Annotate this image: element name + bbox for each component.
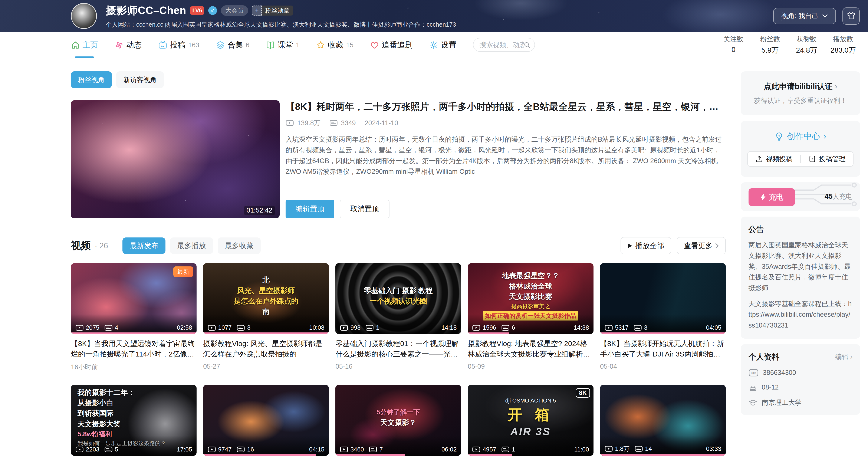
announcement-card: 公告 两届入围英国皇家格林威治全球天文摄影比赛、澳大利亚天文摄影奖、35Awar…	[741, 217, 860, 339]
manage-posts-button[interactable]: 投稿管理	[801, 155, 853, 163]
sort-pill[interactable]: 最多播放	[170, 238, 213, 254]
auth-card[interactable]: 点此申请bilibili认证 › 获得认证，享受多重认证福利！	[741, 71, 860, 115]
video-thumbnail[interactable]: 我的摄影十二年：从摄影小白到斩获国际天文摄影大奖5.8w粉福利我是如何一步步走上…	[71, 385, 196, 456]
bangumi-icon	[370, 41, 379, 50]
fans-medal-badge[interactable]: + 粉丝勋章	[252, 5, 293, 16]
video-title[interactable]: 【8K】当摄影师开始玩无人机航拍：新手小白买了大疆 DJI Air 3S两周能拍…	[600, 338, 726, 359]
pinned-video-title[interactable]: 【8K】耗时两年，二十多万张照片，两千多小时的拍摄，全B站最全星云，星系，彗星，…	[286, 100, 726, 113]
video-card[interactable]: 地表最强星空？？格林威治全球天文摄影比赛提高摄影审美之如何正确的赏析一张天文摄影…	[468, 263, 593, 372]
video-card[interactable]: 我的摄影十二年：从摄影小白到斩获国际天文摄影大奖5.8w粉福利我是如何一步步走上…	[71, 385, 196, 460]
edit-profile-link[interactable]: 编辑 ›	[835, 352, 852, 361]
video-title[interactable]: 摄影教程Vlog: 风光、星空摄影师都是怎么样在户外踩点取景拍摄的	[203, 338, 329, 359]
video-duration: 04:05	[706, 324, 721, 331]
danmaku-count: 14	[645, 445, 652, 452]
stat-likes: 获赞数24.8万	[790, 35, 823, 55]
upload-icon	[755, 155, 763, 163]
video-thumbnail[interactable]: 最新 2075 4 02:58	[71, 263, 196, 334]
edit-pin-button[interactable]: 编辑置顶	[286, 200, 334, 218]
danmaku-count: 5	[115, 446, 118, 453]
search-input[interactable]	[479, 41, 524, 49]
play-all-button[interactable]: 播放全部	[621, 237, 671, 254]
garb-button[interactable]	[842, 7, 860, 25]
announcement-text-2: 天文摄影零基础全套课程已上线：https://www.bilibili.com/…	[748, 299, 852, 331]
video-card[interactable]: 9747 16 04:15 【8k】天文深空摄影：耗时三个月，感受一下镜头拍摄下…	[203, 385, 329, 460]
chevron-right-icon: ›	[824, 132, 826, 141]
danmaku-count: 3	[247, 324, 250, 331]
view-count: 1.8万	[615, 445, 629, 453]
profile-info-title: 个人资料	[748, 352, 780, 362]
video-card[interactable]: 最新 2075 4 02:58 【8K】当我用天文望远镜对着宇宙最绚烂的一角拍摄…	[71, 263, 196, 372]
sort-pill[interactable]: 最新发布	[122, 238, 166, 254]
stat-following[interactable]: 关注数0	[717, 35, 750, 55]
pinned-duration: 01:52:42	[244, 206, 275, 215]
video-thumbnail[interactable]: 零基础入门 摄影 教程一个视频认识光圈 993 1 14:18	[335, 263, 461, 334]
tab-videos[interactable]: 投稿163	[158, 32, 199, 58]
avatar[interactable]	[71, 3, 97, 29]
video-thumbnail[interactable]: 1.8万 14 03:33	[600, 385, 726, 456]
uid-row: UID 386634300	[748, 369, 852, 376]
danmaku-count-icon	[633, 325, 642, 331]
tab-course[interactable]: 课堂1	[266, 32, 300, 58]
tab-favorites[interactable]: 收藏15	[316, 32, 353, 58]
video-thumbnail[interactable]: 5分钟了解一下天文摄影？ 3460 7 06:02	[335, 385, 461, 456]
video-card[interactable]: 5分钟了解一下天文摄影？ 3460 7 06:02 摄影教程：5分钟带你速通了解…	[335, 385, 461, 460]
birthday-row: 08-12	[748, 384, 852, 392]
tab-dynamic[interactable]: 动态	[115, 32, 142, 58]
video-card[interactable]: 5317 3 04:05 【8K】当摄影师开始玩无人机航拍：新手小白买了大疆 D…	[600, 263, 726, 372]
video-thumbnail[interactable]: dji OSMO ACTION 5开 箱AIR 3S 8K 4957 1 11:…	[468, 385, 593, 456]
fan-view-button[interactable]: 粉丝视角	[71, 71, 112, 88]
auth-apply-link[interactable]: 点此申请bilibili认证 ›	[748, 81, 852, 92]
videos-count: · 26	[95, 241, 108, 250]
sort-pill[interactable]: 最多收藏	[218, 238, 261, 254]
video-thumbnail[interactable]: 9747 16 04:15	[203, 385, 329, 456]
upload-video-button[interactable]: 视频投稿	[748, 155, 800, 163]
pinned-video: 01:52:42 【8K】耗时两年，二十多万张照片，两千多小时的拍摄，全B站最全…	[71, 100, 726, 218]
play-count-icon	[340, 447, 348, 453]
search-icon[interactable]	[524, 41, 530, 49]
video-duration: 10:08	[309, 324, 324, 331]
stat-fans[interactable]: 粉丝数5.9万	[753, 35, 787, 55]
thumbnail-stats: 5317 3 04:05	[604, 324, 721, 331]
video-card[interactable]: 北风光、星空摄影师是怎么在户外踩点的南 1077 3 10:08 摄影教程Vlo…	[203, 263, 329, 372]
home-icon	[71, 41, 80, 50]
view-more-button[interactable]: 查看更多	[677, 237, 726, 254]
video-card[interactable]: dji OSMO ACTION 5开 箱AIR 3S 8K 4957 1 11:…	[468, 385, 593, 460]
auth-subtitle: 获得认证，享受多重认证福利！	[748, 96, 852, 105]
video-card[interactable]: 零基础入门 摄影 教程一个视频认识光圈 993 1 14:18 零基础入门摄影教…	[335, 263, 461, 372]
tab-home[interactable]: 主页	[71, 32, 98, 58]
video-date: 05-16	[335, 363, 461, 370]
video-title[interactable]: 零基础入门摄影教程01：一个视频理解什么是摄影的核心三要素之一——光圈，以及它的…	[335, 338, 461, 359]
creator-center-link[interactable]: 创作中心 ›	[775, 130, 826, 142]
profile-search[interactable]	[473, 38, 535, 52]
pinned-video-thumbnail[interactable]: 01:52:42	[71, 100, 280, 218]
video-thumbnail[interactable]: 5317 3 04:05	[600, 263, 726, 334]
vip-badge[interactable]: 大会员	[221, 5, 248, 16]
user-stats: 关注数0 粉丝数5.9万 获赞数24.8万 播放数283.0万	[717, 35, 860, 55]
tab-collections[interactable]: 合集6	[216, 32, 250, 58]
video-grid: 最新 2075 4 02:58 【8K】当我用天文望远镜对着宇宙最绚烂的一角拍摄…	[71, 263, 726, 460]
bulb-icon	[775, 132, 784, 141]
video-thumbnail[interactable]: 北风光、星空摄影师是怎么在户外踩点的南 1077 3 10:08	[203, 263, 329, 334]
course-icon	[266, 41, 275, 50]
tab-settings[interactable]: 设置	[429, 32, 456, 58]
plus-icon[interactable]: +	[252, 5, 262, 16]
view-switch-button[interactable]: 视角: 我自己	[773, 8, 836, 24]
video-date: 05-09	[468, 363, 593, 370]
tab-bangumi[interactable]: 追番追剧	[370, 32, 413, 58]
stat-plays: 播放数283.0万	[827, 35, 860, 55]
video-title[interactable]: 摄影教程Vlog: 地表最强星空? 2024格林威治全球天文摄影比赛专业组解析，…	[468, 338, 593, 359]
cancel-pin-button[interactable]: 取消置顶	[340, 200, 390, 218]
school-value: 南京理工大学	[762, 398, 802, 407]
thumbnail-stats: 9747 16 04:15	[208, 446, 324, 453]
video-card[interactable]: 1.8万 14 03:33 【8K】一张图片近十亿像素? 大麦哲伦星系狼蛛星云宇…	[600, 385, 726, 460]
thumbnail-stats: 1596 6 14:38	[472, 324, 589, 331]
collection-icon	[216, 41, 225, 50]
video-title[interactable]: 【8K】当我用天文望远镜对着宇宙最绚烂的一角拍摄曝光了114小时，2亿像素、85…	[71, 338, 196, 359]
profile-banner: 摄影师CC–Chen LV6 ♂ 大会员 + 粉丝勋章 个人网站：ccchen.…	[0, 0, 868, 32]
charge-button[interactable]: 充电	[748, 188, 795, 206]
video-thumbnail[interactable]: 地表最强星空？？格林威治全球天文摄影比赛提高摄影审美之如何正确的赏析一张天文摄影…	[468, 263, 593, 334]
level-badge: LV6	[190, 6, 205, 15]
new-visitor-view-button[interactable]: 新访客视角	[116, 71, 164, 88]
video-date: 05-27	[203, 363, 329, 370]
danmaku-count: 1	[376, 324, 379, 331]
